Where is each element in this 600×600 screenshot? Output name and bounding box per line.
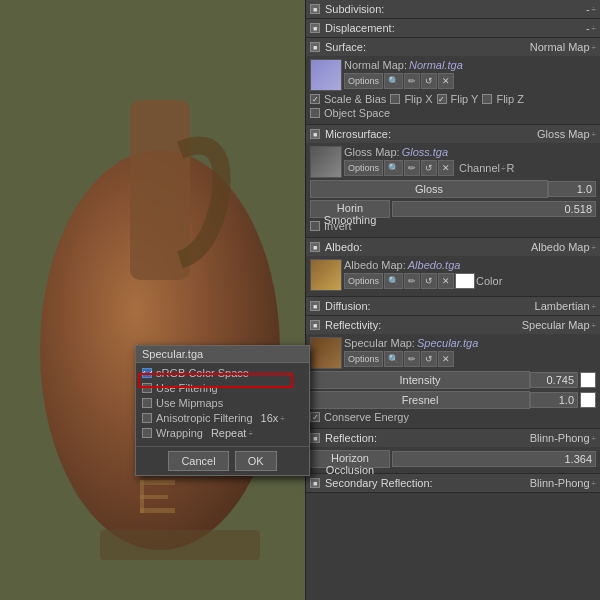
wrapping-checkbox[interactable] — [142, 428, 152, 438]
diffusion-dropdown[interactable]: Lambertian ÷ — [535, 300, 596, 312]
albedo-dropdown[interactable]: Albedo Map ÷ — [531, 241, 596, 253]
specular-map-search-btn[interactable]: 🔍 — [384, 351, 403, 367]
reflection-section: ■ Reflection: Blinn-Phong ÷ Horizon Occl… — [306, 429, 600, 474]
secondary-reflection-collapse-icon[interactable]: ■ — [310, 478, 320, 488]
specular-map-row: Specular Map: Specular.tga Options 🔍 ✏ ↺… — [310, 337, 596, 369]
albedo-map-edit-btn[interactable]: ✏ — [404, 273, 420, 289]
flip-y-checkbox[interactable] — [437, 94, 447, 104]
horizon-smoothing-value[interactable] — [392, 201, 596, 217]
conserve-energy-row: Conserve Energy — [310, 411, 596, 423]
normal-map-refresh-btn[interactable]: ↺ — [421, 73, 437, 89]
gloss-map-options-btn[interactable]: Options — [344, 160, 383, 176]
albedo-map-row: Albedo Map: Albedo.tga Options 🔍 ✏ ↺ ✕ C… — [310, 259, 596, 291]
subdivision-header[interactable]: ■ Subdivision: - ÷ — [306, 0, 600, 18]
conserve-energy-checkbox[interactable] — [310, 412, 320, 422]
albedo-collapse-icon[interactable]: ■ — [310, 242, 320, 252]
flip-x-checkbox[interactable] — [390, 94, 400, 104]
reflection-header[interactable]: ■ Reflection: Blinn-Phong ÷ — [306, 429, 600, 447]
anisotropic-value[interactable]: 16x ÷ — [261, 412, 285, 424]
albedo-color-swatch[interactable] — [455, 273, 475, 289]
use-mipmaps-row: Use Mipmaps — [142, 397, 303, 409]
normal-map-edit-btn[interactable]: ✏ — [404, 73, 420, 89]
reflection-dropdown[interactable]: Blinn-Phong ÷ — [530, 432, 596, 444]
displacement-collapse-icon[interactable]: ■ — [310, 23, 320, 33]
object-space-label: Object Space — [324, 107, 390, 119]
fresnel-value[interactable] — [530, 392, 578, 408]
gloss-map-close-btn[interactable]: ✕ — [438, 160, 454, 176]
anisotropic-checkbox[interactable] — [142, 413, 152, 423]
gloss-map-search-btn[interactable]: 🔍 — [384, 160, 403, 176]
diffusion-collapse-icon[interactable]: ■ — [310, 301, 320, 311]
invert-checkbox[interactable] — [310, 221, 320, 231]
intensity-value[interactable] — [530, 372, 578, 388]
reflection-label: Reflection: — [325, 432, 377, 444]
svg-rect-6 — [140, 508, 175, 513]
normal-map-options-btn[interactable]: Options — [344, 73, 383, 89]
gloss-value[interactable] — [548, 181, 596, 197]
srgb-checkbox[interactable]: ✓ — [142, 368, 152, 378]
albedo-map-search-btn[interactable]: 🔍 — [384, 273, 403, 289]
specular-map-close-btn[interactable]: ✕ — [438, 351, 454, 367]
normal-map-search-btn[interactable]: 🔍 — [384, 73, 403, 89]
reflectivity-body: Specular Map: Specular.tga Options 🔍 ✏ ↺… — [306, 334, 600, 428]
horizon-occlusion-value[interactable] — [392, 451, 596, 467]
cancel-button[interactable]: Cancel — [168, 451, 228, 471]
invert-label: Invert — [324, 220, 352, 232]
use-mipmaps-checkbox[interactable] — [142, 398, 152, 408]
reflectivity-dropdown[interactable]: Specular Map ÷ — [522, 319, 596, 331]
scale-bias-checkbox[interactable] — [310, 94, 320, 104]
reflection-collapse-icon[interactable]: ■ — [310, 433, 320, 443]
intensity-swatch[interactable] — [580, 372, 596, 388]
albedo-body: Albedo Map: Albedo.tga Options 🔍 ✏ ↺ ✕ C… — [306, 256, 600, 296]
gloss-map-row: Gloss Map: Gloss.tga Options 🔍 ✏ ↺ ✕ Cha… — [310, 146, 596, 178]
surface-dropdown[interactable]: Normal Map ÷ — [530, 41, 596, 53]
ok-button[interactable]: OK — [235, 451, 277, 471]
albedo-map-close-btn[interactable]: ✕ — [438, 273, 454, 289]
flip-z-label: Flip Z — [496, 93, 524, 105]
fresnel-btn[interactable]: Fresnel — [310, 391, 530, 409]
normal-map-close-btn[interactable]: ✕ — [438, 73, 454, 89]
secondary-reflection-header[interactable]: ■ Secondary Reflection: Blinn-Phong ÷ — [306, 474, 600, 492]
surface-collapse-icon[interactable]: ■ — [310, 42, 320, 52]
secondary-reflection-dropdown[interactable]: Blinn-Phong ÷ — [530, 477, 596, 489]
object-space-checkbox[interactable] — [310, 108, 320, 118]
surface-label: Surface: — [325, 41, 366, 53]
gloss-map-edit-btn[interactable]: ✏ — [404, 160, 420, 176]
dialog-title: Specular.tga — [136, 346, 309, 363]
intensity-row: Intensity — [310, 371, 596, 389]
gloss-map-refresh-btn[interactable]: ↺ — [421, 160, 437, 176]
albedo-map-options-btn[interactable]: Options — [344, 273, 383, 289]
microsurface-dropdown[interactable]: Gloss Map ÷ — [537, 128, 596, 140]
microsurface-header[interactable]: ■ Microsurface: Gloss Map ÷ — [306, 125, 600, 143]
horizon-smoothing-btn[interactable]: Horin Smoothing — [310, 200, 390, 218]
microsurface-collapse-icon[interactable]: ■ — [310, 129, 320, 139]
reflectivity-collapse-icon[interactable]: ■ — [310, 320, 320, 330]
diffusion-header[interactable]: ■ Diffusion: Lambertian ÷ — [306, 297, 600, 315]
flip-z-checkbox[interactable] — [482, 94, 492, 104]
svg-rect-7 — [140, 480, 144, 513]
reflectivity-header[interactable]: ■ Reflectivity: Specular Map ÷ — [306, 316, 600, 334]
albedo-header[interactable]: ■ Albedo: Albedo Map ÷ — [306, 238, 600, 256]
displacement-header[interactable]: ■ Displacement: - ÷ — [306, 19, 600, 37]
horizon-occlusion-btn[interactable]: Horizon Occlusion — [310, 450, 390, 468]
gloss-map-filename: Gloss.tga — [402, 146, 448, 158]
surface-header[interactable]: ■ Surface: Normal Map ÷ — [306, 38, 600, 56]
albedo-map-refresh-btn[interactable]: ↺ — [421, 273, 437, 289]
intensity-btn[interactable]: Intensity — [310, 371, 530, 389]
specular-map-options-btn[interactable]: Options — [344, 351, 383, 367]
specular-map-edit-btn[interactable]: ✏ — [404, 351, 420, 367]
specular-map-refresh-btn[interactable]: ↺ — [421, 351, 437, 367]
subdivision-collapse-icon[interactable]: ■ — [310, 4, 320, 14]
gloss-row: Gloss — [310, 180, 596, 198]
subdivision-value: - ÷ — [586, 3, 596, 15]
wrapping-value[interactable]: Repeat ÷ — [211, 427, 253, 439]
normal-map-thumbnail — [310, 59, 342, 91]
gloss-btn[interactable]: Gloss — [310, 180, 548, 198]
flip-y-label: Flip Y — [451, 93, 479, 105]
fresnel-swatch[interactable] — [580, 392, 596, 408]
normal-map-name-row: Normal Map: Normal.tga — [344, 59, 596, 71]
use-filtering-checkbox[interactable] — [142, 383, 152, 393]
specular-map-name-row: Specular Map: Specular.tga — [344, 337, 596, 349]
albedo-map-thumbnail — [310, 259, 342, 291]
channel-value: R — [506, 162, 514, 174]
